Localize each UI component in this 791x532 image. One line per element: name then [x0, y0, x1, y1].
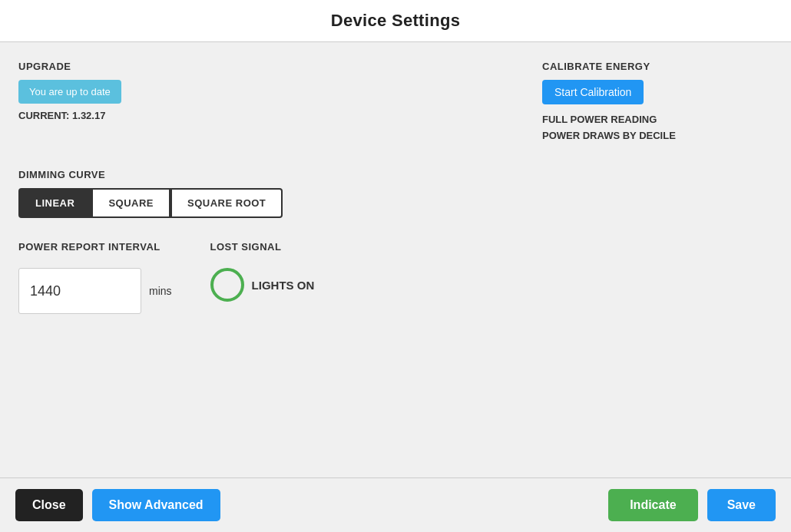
main-content: UPGRADE You are up to date CURRENT: 1.32…	[0, 42, 791, 477]
show-advanced-button[interactable]: Show Advanced	[92, 489, 220, 521]
page-title: Device Settings	[0, 11, 791, 31]
power-draws-link[interactable]: POWER DRAWS BY DECILE	[542, 130, 773, 141]
full-power-reading-link[interactable]: FULL POWER READING	[542, 114, 773, 125]
curve-square-root-button[interactable]: SQUARE ROOT	[170, 188, 283, 218]
curve-linear-button[interactable]: LINEAR	[18, 188, 91, 218]
upgrade-section: UPGRADE You are up to date CURRENT: 1.32…	[18, 61, 249, 146]
lost-signal-label: LOST SIGNAL	[210, 241, 315, 253]
lost-signal-section: LOST SIGNAL LIGHTS ON	[210, 241, 315, 314]
dimming-label: DIMMING CURVE	[18, 169, 773, 180]
header: Device Settings	[0, 0, 791, 42]
up-to-date-button[interactable]: You are up to date	[18, 80, 121, 104]
footer: Close Show Advanced Indicate Save	[0, 477, 791, 532]
lights-on-label: LIGHTS ON	[252, 279, 315, 292]
dimming-curve-buttons: LINEAR SQUARE SQUARE ROOT	[18, 188, 773, 218]
calibrate-section: CALIBRATE ENERGY Start Calibration FULL …	[542, 61, 773, 146]
dimming-section: DIMMING CURVE LINEAR SQUARE SQUARE ROOT	[18, 169, 773, 218]
footer-right: Indicate Save	[608, 489, 776, 521]
power-lost-row: POWER REPORT INTERVAL mins LOST SIGNAL L…	[18, 241, 773, 314]
power-report-input[interactable]	[18, 268, 141, 314]
indicate-button[interactable]: Indicate	[608, 489, 697, 521]
calibrate-label: CALIBRATE ENERGY	[542, 61, 773, 72]
save-button[interactable]: Save	[707, 489, 776, 521]
curve-square-button[interactable]: SQUARE	[91, 188, 170, 218]
power-report-label: POWER REPORT INTERVAL	[18, 241, 172, 253]
start-calibration-button[interactable]: Start Calibration	[542, 80, 644, 104]
footer-left: Close Show Advanced	[15, 489, 220, 521]
close-button[interactable]: Close	[15, 489, 83, 521]
mins-label: mins	[149, 285, 172, 297]
lost-signal-content: LIGHTS ON	[210, 268, 315, 302]
power-input-row: mins	[18, 268, 172, 314]
power-report-section: POWER REPORT INTERVAL mins	[18, 241, 172, 314]
current-version: CURRENT: 1.32.17	[18, 110, 249, 121]
top-row: UPGRADE You are up to date CURRENT: 1.32…	[18, 61, 773, 146]
upgrade-label: UPGRADE	[18, 61, 249, 72]
lost-signal-toggle[interactable]	[210, 268, 244, 302]
